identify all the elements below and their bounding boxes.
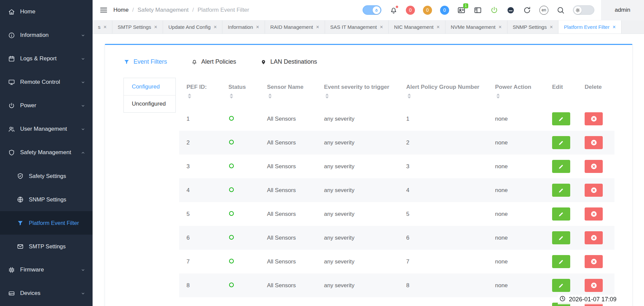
- delete-button[interactable]: [585, 255, 603, 268]
- sort-carets[interactable]: [268, 94, 272, 99]
- column-header-group[interactable]: Alert Policy Group Number: [399, 78, 488, 107]
- info-count-badge[interactable]: 0: [440, 6, 449, 15]
- delete-button[interactable]: [585, 112, 603, 125]
- window-tab-update-and-config[interactable]: Update And Config ×: [163, 20, 222, 34]
- sort-asc-icon[interactable]: [268, 94, 272, 96]
- cell-pef-id: 7: [179, 250, 221, 273]
- sidebar-item-user-management[interactable]: User Management: [0, 117, 93, 141]
- sort-desc-icon[interactable]: [230, 97, 233, 99]
- window-tab-nic-management[interactable]: NIC Management ×: [389, 20, 445, 34]
- sort-asc-icon[interactable]: [496, 94, 500, 96]
- window-tab-s[interactable]: s ×: [93, 20, 112, 34]
- edit-button[interactable]: [552, 279, 570, 292]
- close-icon[interactable]: ×: [612, 24, 615, 30]
- column-header-severity[interactable]: Event severity to trigger: [317, 78, 399, 107]
- sort-asc-icon[interactable]: [188, 94, 191, 96]
- delete-button[interactable]: [585, 160, 603, 173]
- warning-count-badge[interactable]: 0: [423, 6, 432, 15]
- menu-toggle[interactable]: [99, 6, 108, 14]
- column-header-sensor[interactable]: Sensor Name: [260, 78, 317, 107]
- column-header-pef-id[interactable]: PEF ID:: [179, 78, 221, 107]
- close-icon[interactable]: ×: [256, 24, 259, 30]
- sort-asc-icon[interactable]: [325, 94, 329, 96]
- column-header-status[interactable]: Status: [221, 78, 260, 107]
- sort-desc-icon[interactable]: [408, 97, 411, 99]
- sidebar-item-devices[interactable]: Devices: [0, 282, 93, 305]
- edit-button[interactable]: [552, 207, 570, 221]
- window-tab-smtp-settings[interactable]: SMTP Settings ×: [112, 20, 163, 34]
- tab-lan-destinations[interactable]: LAN Destinations: [260, 54, 317, 70]
- sort-carets[interactable]: [496, 94, 500, 99]
- sidebar-item-power[interactable]: Power: [0, 94, 93, 117]
- virtual-panel[interactable]: [474, 6, 482, 14]
- sort-asc-icon[interactable]: [408, 94, 411, 96]
- close-icon[interactable]: ×: [550, 24, 553, 30]
- tab-event-filters[interactable]: Event Filters: [123, 54, 167, 70]
- sidebar-item-information[interactable]: Information: [0, 23, 93, 47]
- edit-button[interactable]: [552, 184, 570, 197]
- column-header-power-action[interactable]: Power Action: [488, 78, 545, 107]
- sort-desc-icon[interactable]: [268, 97, 272, 99]
- search[interactable]: [556, 6, 565, 14]
- host-power[interactable]: [490, 6, 498, 14]
- edit-button[interactable]: [552, 255, 570, 268]
- sort-desc-icon[interactable]: [496, 97, 500, 99]
- window-tab-snmp-settings[interactable]: SNMP Settings ×: [507, 20, 559, 34]
- delete-button[interactable]: [585, 136, 603, 149]
- table-row: 6 All Sensors any severity 6 none: [179, 226, 614, 250]
- breadcrumb-item-platform-event-filter[interactable]: Platform Event Filter: [198, 7, 249, 13]
- delete-button[interactable]: [585, 231, 603, 244]
- edit-button[interactable]: [552, 136, 570, 149]
- user-menu[interactable]: admin: [601, 0, 644, 20]
- close-icon[interactable]: ×: [436, 24, 439, 30]
- breadcrumb-item-home[interactable]: Home: [113, 7, 128, 13]
- security-lock-toggle[interactable]: [363, 5, 381, 15]
- delete-button[interactable]: [585, 184, 603, 197]
- edit-button[interactable]: [552, 160, 570, 173]
- sidebar-item-remote-control[interactable]: Remote Control: [0, 70, 93, 94]
- sort-carets[interactable]: [408, 94, 411, 99]
- cell-sensor-name: All Sensors: [260, 297, 317, 306]
- subtab-configured[interactable]: Configured: [124, 78, 175, 95]
- sidebar-item-safety-settings[interactable]: Safety Settings: [0, 164, 93, 188]
- sort-carets[interactable]: [325, 94, 329, 99]
- close-icon[interactable]: ×: [380, 24, 383, 30]
- edit-button[interactable]: [552, 112, 570, 125]
- sidebar-item-snmp-settings[interactable]: SNMP Settings: [0, 188, 93, 211]
- close-icon[interactable]: ×: [498, 24, 501, 30]
- close-icon[interactable]: ×: [316, 24, 319, 30]
- sidebar-item-smtp-settings[interactable]: SMTP Settings: [0, 235, 93, 258]
- window-tab-raid-management[interactable]: RAID Management ×: [265, 20, 325, 34]
- tab-alert-policies[interactable]: Alert Policies: [191, 54, 236, 70]
- window-tab-information[interactable]: Information ×: [222, 20, 265, 34]
- critical-count-badge[interactable]: 0: [406, 6, 415, 15]
- close-icon[interactable]: ×: [214, 24, 217, 30]
- console-preview[interactable]: [506, 6, 515, 14]
- sort-desc-icon[interactable]: [325, 97, 329, 99]
- cell-power-action: none: [488, 131, 545, 155]
- online-users[interactable]: 1: [457, 6, 466, 14]
- sort-asc-icon[interactable]: [230, 94, 233, 96]
- sidebar-item-platform-event-filter[interactable]: Platform Event Filter: [0, 211, 93, 235]
- sidebar-item-firmware[interactable]: Firmware: [0, 258, 93, 282]
- sidebar-item-home[interactable]: Home: [0, 0, 93, 23]
- delete-button[interactable]: [585, 207, 603, 221]
- sort-carets[interactable]: [230, 94, 233, 99]
- sort-carets[interactable]: [188, 94, 191, 99]
- language-switch[interactable]: en: [539, 6, 548, 15]
- window-tab-platform-event-filter[interactable]: Platform Event Filter ×: [558, 20, 621, 34]
- delete-button[interactable]: [585, 279, 603, 292]
- theme-toggle[interactable]: [573, 5, 594, 15]
- close-icon[interactable]: ×: [104, 24, 107, 30]
- sidebar-item-logs-report[interactable]: Logs & Report: [0, 47, 93, 70]
- refresh[interactable]: [523, 6, 531, 14]
- close-icon[interactable]: ×: [154, 24, 157, 30]
- sidebar-item-safety-management[interactable]: Safety Management: [0, 141, 93, 164]
- window-tab-nvme-management[interactable]: NVMe Management ×: [445, 20, 507, 34]
- edit-button[interactable]: [552, 231, 570, 244]
- subtab-unconfigured[interactable]: Unconfigured: [124, 95, 175, 112]
- breadcrumb-item-safety-management[interactable]: Safety Management: [138, 7, 189, 13]
- notifications-bell[interactable]: [389, 6, 398, 14]
- sort-desc-icon[interactable]: [188, 97, 191, 99]
- window-tab-sas-it-management[interactable]: SAS IT Management ×: [325, 20, 389, 34]
